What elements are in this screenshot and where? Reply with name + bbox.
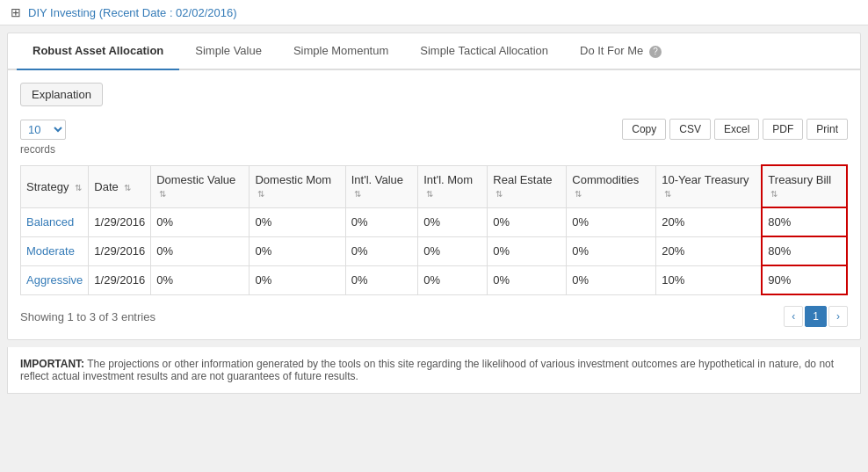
cell-commodities: 0% [567,207,656,236]
col-date[interactable]: Date ⇅ [89,165,151,207]
toolbar: 10 25 50 100 Copy CSV Excel PDF Print [20,119,848,140]
table-row: Aggressive1/29/20160%0%0%0%0%0%10%90% [21,265,848,294]
next-page-button[interactable]: › [828,306,848,327]
sort-icon-domestic-value[interactable]: ⇅ [159,189,166,199]
copy-button[interactable]: Copy [622,119,666,140]
table-row: Moderate1/29/20160%0%0%0%0%0%20%80% [21,236,848,265]
sort-icon-commodities[interactable]: ⇅ [575,189,582,199]
csv-button[interactable]: CSV [669,119,711,140]
col-domestic-value[interactable]: Domestic Value ⇅ [151,165,250,207]
records-label: records [20,143,848,156]
records-select-input[interactable]: 10 25 50 100 [20,120,66,140]
records-select: 10 25 50 100 [20,120,66,140]
col-strategy[interactable]: Strategy ⇅ [21,165,89,207]
cell-strategy[interactable]: Balanced [21,207,89,236]
showing-entries: Showing 1 to 3 of 3 entries [20,310,156,323]
cell-date: 1/29/2016 [89,236,151,265]
sort-icon-real-estate[interactable]: ⇅ [495,189,503,199]
grid-icon: ⊞ [11,5,21,19]
allocation-table: Strategy ⇅ Date ⇅ Domestic Value ⇅ Domes… [20,164,848,295]
cell-domestic_mom: 0% [250,207,345,236]
tab-do-it-for-me[interactable]: Do It For Me ? [564,33,677,70]
prev-page-button[interactable]: ‹ [784,306,803,327]
col-domestic-mom[interactable]: Domestic Mom ⇅ [250,165,345,207]
cell-domestic_value: 0% [151,265,250,294]
explanation-button[interactable]: Explanation [20,83,103,106]
pdf-button[interactable]: PDF [763,119,803,140]
right-toolbar: Copy CSV Excel PDF Print [622,119,848,140]
footer-important: IMPORTANT: [20,358,87,370]
cell-real_estate: 0% [488,207,567,236]
sort-icon-strategy[interactable]: ⇅ [75,183,82,192]
page-1-button[interactable]: 1 [805,306,827,327]
col-real-estate[interactable]: Real Estate ⇅ [488,165,567,207]
cell-commodities: 0% [567,236,656,265]
cell-domestic_value: 0% [151,236,250,265]
col-ten-year[interactable]: 10-Year Treasury ⇅ [656,165,763,207]
cell-ten_year: 20% [656,236,763,265]
tab-robust-asset-allocation[interactable]: Robust Asset Allocation [17,33,179,70]
cell-domestic_mom: 0% [250,265,345,294]
main-container: Robust Asset Allocation Simple Value Sim… [7,33,861,340]
cell-ten_year: 20% [656,207,763,236]
top-bar-title: DIY Investing (Recent Date : 02/02/2016) [28,6,237,19]
cell-intl_value: 0% [345,236,418,265]
cell-real_estate: 0% [488,265,567,294]
cell-strategy[interactable]: Aggressive [21,265,89,294]
sort-icon-intl-mom[interactable]: ⇅ [426,189,433,199]
cell-treasury-bill: 80% [762,236,847,265]
cell-domestic_mom: 0% [250,236,345,265]
cell-real_estate: 0% [488,236,567,265]
cell-domestic_value: 0% [151,207,250,236]
cell-intl_value: 0% [345,265,418,294]
col-intl-value[interactable]: Int'l. Value ⇅ [345,165,418,207]
cell-intl_mom: 0% [418,265,488,294]
cell-treasury-bill: 90% [762,265,847,294]
cell-date: 1/29/2016 [89,207,151,236]
footer-text: The projections or other information gen… [20,358,834,382]
cell-ten_year: 10% [656,265,763,294]
cell-strategy[interactable]: Moderate [21,236,89,265]
tab-simple-momentum[interactable]: Simple Momentum [278,33,404,70]
tab-simple-value[interactable]: Simple Value [179,33,278,70]
cell-intl_mom: 0% [418,236,488,265]
top-bar: ⊞ DIY Investing (Recent Date : 02/02/201… [0,0,868,25]
sort-icon-domestic-mom[interactable]: ⇅ [257,189,264,199]
cell-intl_mom: 0% [418,207,488,236]
cell-treasury-bill: 80% [762,207,847,236]
left-toolbar: 10 25 50 100 [20,120,66,140]
sort-icon-ten-year[interactable]: ⇅ [664,189,671,199]
print-button[interactable]: Print [807,119,848,140]
sort-icon-treasury-bill[interactable]: ⇅ [770,189,778,199]
question-icon[interactable]: ? [649,46,662,58]
footer-note: IMPORTANT: The projections or other info… [7,347,861,394]
cell-date: 1/29/2016 [89,265,151,294]
excel-button[interactable]: Excel [714,119,759,140]
col-commodities[interactable]: Commodities ⇅ [567,165,656,207]
cell-intl_value: 0% [345,207,418,236]
pagination: ‹ 1 › [784,306,848,327]
col-treasury-bill[interactable]: Treasury Bill ⇅ [762,165,847,207]
pagination-row: Showing 1 to 3 of 3 entries ‹ 1 › [20,306,848,327]
cell-commodities: 0% [567,265,656,294]
sort-icon-intl-value[interactable]: ⇅ [354,189,361,199]
tab-simple-tactical-allocation[interactable]: Simple Tactical Allocation [404,33,564,70]
col-intl-mom[interactable]: Int'l. Mom ⇅ [418,165,488,207]
tabs: Robust Asset Allocation Simple Value Sim… [8,33,860,70]
sort-icon-date[interactable]: ⇅ [124,183,131,192]
table-row: Balanced1/29/20160%0%0%0%0%0%20%80% [21,207,848,236]
content: Explanation 10 25 50 100 Copy CSV Excel … [8,70,860,339]
